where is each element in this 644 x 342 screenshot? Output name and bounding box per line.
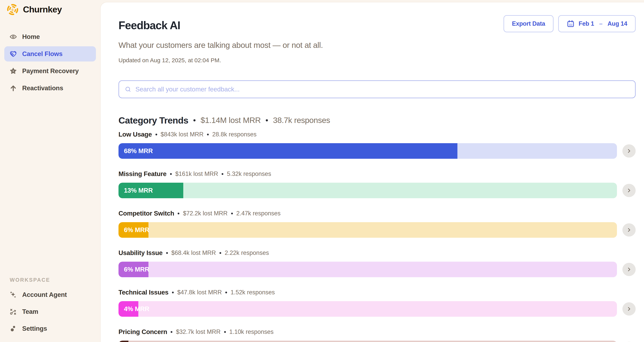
category-bar-fill bbox=[118, 143, 458, 159]
category-name: Technical Issues bbox=[118, 288, 168, 296]
category-bar-label: 4% MRR bbox=[124, 305, 149, 312]
sidebar-item-home[interactable]: Home bbox=[4, 29, 96, 44]
category-bar-track[interactable] bbox=[118, 341, 617, 342]
section-lost-mrr: $1.14M lost MRR bbox=[200, 116, 261, 125]
category-bar-label: 6% MRR bbox=[124, 266, 149, 273]
category-name: Pricing Concern bbox=[118, 328, 167, 336]
date-range-start: Feb 1 bbox=[579, 20, 594, 27]
eye-icon bbox=[9, 33, 17, 41]
brand-name: Churnkey bbox=[23, 4, 62, 14]
category-rows: Low Usage $843k lost MRR 28.8k responses… bbox=[118, 130, 636, 342]
category-name: Missing Feature bbox=[118, 170, 166, 178]
sparkles-icon bbox=[9, 291, 17, 298]
category-bar-track[interactable]: 6% MRR bbox=[118, 222, 617, 238]
category-responses: 5.32k responses bbox=[227, 170, 271, 178]
category-lost-mrr: $32.7k lost MRR bbox=[176, 328, 220, 336]
page-title: Feedback AI bbox=[118, 19, 180, 32]
updated-timestamp: Updated on Aug 12, 2025, at 02:04 PM. bbox=[118, 56, 636, 64]
date-range-separator: – bbox=[599, 20, 602, 27]
category-bar-track[interactable]: 68% MRR bbox=[118, 143, 617, 159]
section-title: Category Trends bbox=[118, 115, 188, 126]
date-range-end: Aug 14 bbox=[608, 20, 627, 27]
category-bar-fill bbox=[118, 341, 128, 342]
category-lost-mrr: $161k lost MRR bbox=[175, 170, 218, 178]
bullet-separator bbox=[170, 173, 172, 175]
sidebar-item-label: Reactivations bbox=[22, 84, 63, 92]
category-lost-mrr: $68.4k lost MRR bbox=[172, 249, 216, 257]
sidebar-item-account-agent[interactable]: Account Agent bbox=[4, 287, 96, 302]
sidebar-item-label: Home bbox=[22, 33, 40, 40]
bullet-separator bbox=[225, 292, 227, 293]
chevron-right-icon bbox=[626, 306, 632, 312]
page-subtitle: What your customers are talking about mo… bbox=[118, 40, 636, 50]
workspace-label: WORKSPACE bbox=[4, 277, 96, 283]
bullet-separator bbox=[224, 331, 226, 333]
star-icon bbox=[9, 67, 17, 75]
category-bar-track[interactable]: 6% MRR bbox=[118, 262, 617, 277]
sidebar-item-team[interactable]: Team bbox=[4, 304, 96, 319]
export-data-label: Export Data bbox=[512, 20, 545, 27]
date-range-button[interactable]: Feb 1 – Aug 14 bbox=[558, 15, 636, 32]
sidebar-item-label: Payment Recovery bbox=[22, 67, 79, 75]
category-lost-mrr: $843k lost MRR bbox=[161, 130, 204, 138]
search-input[interactable] bbox=[135, 86, 630, 93]
main-content: Feedback AI Export Data bbox=[100, 2, 644, 342]
category-expand-button[interactable] bbox=[622, 184, 636, 197]
category-name: Usability Issue bbox=[118, 249, 163, 257]
category-name: Low Usage bbox=[118, 130, 152, 138]
sidebar-item-label: Settings bbox=[22, 325, 47, 332]
category-bar-label: 6% MRR bbox=[124, 226, 149, 234]
strategy-icon bbox=[9, 308, 17, 316]
category-row-technical-issues: Technical Issues $47.8k lost MRR 1.52k r… bbox=[118, 288, 636, 317]
bullet-separator bbox=[266, 119, 268, 122]
category-row-missing-feature: Missing Feature $161k lost MRR 5.32k res… bbox=[118, 170, 636, 198]
sidebar-item-cancel-flows[interactable]: Cancel Flows bbox=[4, 46, 96, 62]
section-responses: 38.7k responses bbox=[273, 116, 330, 125]
workspace-section: WORKSPACE Account Agent bbox=[4, 277, 96, 336]
category-expand-button[interactable] bbox=[622, 263, 636, 276]
search-icon bbox=[124, 86, 132, 93]
sidebar-item-label: Team bbox=[22, 308, 38, 315]
calendar-icon bbox=[566, 20, 575, 28]
category-row-usability-issue: Usability Issue $68.4k lost MRR 2.22k re… bbox=[118, 249, 636, 277]
category-row-competitor-switch: Competitor Switch $72.2k lost MRR 2.47k … bbox=[118, 209, 636, 238]
category-responses: 1.10k responses bbox=[230, 328, 274, 336]
chevron-right-icon bbox=[626, 148, 632, 154]
export-data-button[interactable]: Export Data bbox=[504, 15, 554, 32]
category-name: Competitor Switch bbox=[118, 209, 174, 218]
bullet-separator bbox=[172, 292, 174, 293]
section-heading: Category Trends $1.14M lost MRR 38.7k re… bbox=[118, 115, 636, 126]
category-responses: 28.8k responses bbox=[212, 130, 256, 138]
bullet-separator bbox=[222, 173, 223, 175]
search-bar[interactable] bbox=[118, 80, 636, 98]
heart-icon bbox=[9, 50, 17, 58]
header-actions: Export Data Feb 1 – bbox=[504, 15, 636, 32]
bullet-separator bbox=[220, 252, 221, 254]
bullet-separator bbox=[194, 119, 196, 122]
category-responses: 1.52k responses bbox=[230, 288, 275, 296]
bullet-separator bbox=[231, 213, 233, 214]
bullet-separator bbox=[178, 213, 180, 214]
category-expand-button[interactable] bbox=[622, 144, 636, 158]
svg-text:c: c bbox=[12, 7, 14, 12]
category-bar-label: 13% MRR bbox=[124, 187, 153, 194]
category-bar-track[interactable]: 4% MRR bbox=[118, 301, 617, 317]
category-responses: 2.22k responses bbox=[225, 249, 269, 257]
bullet-separator bbox=[156, 134, 157, 136]
sidebar-item-reactivations[interactable]: Reactivations bbox=[4, 80, 96, 96]
sidebar-item-label: Account Agent bbox=[22, 291, 67, 298]
bullet-separator bbox=[171, 331, 172, 333]
category-bar-track[interactable]: 13% MRR bbox=[118, 183, 617, 198]
arrow-up-icon bbox=[9, 84, 17, 92]
brand[interactable]: c Churnkey bbox=[6, 4, 100, 16]
primary-nav: Home Cancel Flows Payment Recovery bbox=[4, 29, 96, 96]
category-expand-button[interactable] bbox=[622, 223, 636, 236]
sidebar-item-payment-recovery[interactable]: Payment Recovery bbox=[4, 64, 96, 78]
category-responses: 2.47k responses bbox=[236, 209, 280, 218]
category-lost-mrr: $72.2k lost MRR bbox=[183, 209, 228, 218]
category-lost-mrr: $47.8k lost MRR bbox=[177, 288, 222, 296]
chevron-right-icon bbox=[626, 267, 632, 272]
category-expand-button[interactable] bbox=[622, 302, 636, 316]
sidebar-item-settings[interactable]: Settings bbox=[4, 321, 96, 336]
bullet-separator bbox=[207, 134, 209, 136]
